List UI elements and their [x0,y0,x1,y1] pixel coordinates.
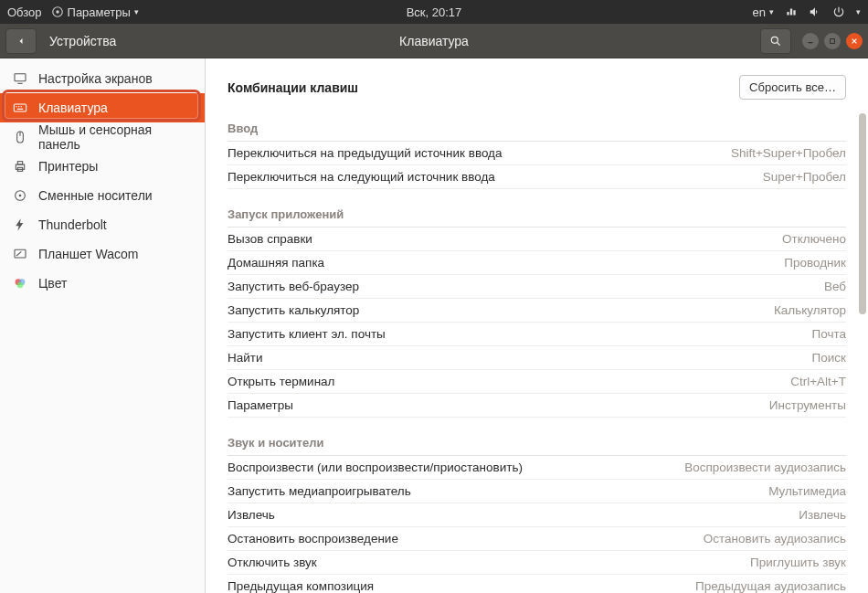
shortcut-label: Найти [228,351,263,365]
shortcut-label: Переключиться на предыдущий источник вво… [228,146,503,160]
sidebar-item-printers[interactable]: Принтеры [0,152,205,181]
display-icon [13,71,27,86]
shortcut-label: Остановить воспроизведение [228,532,398,545]
svg-point-26 [17,282,24,289]
window-header-bar: Устройства Клавиатура [0,24,868,58]
shortcut-value: Ctrl+Alt+T [790,375,846,388]
svg-line-23 [16,251,21,256]
power-icon[interactable] [832,5,845,18]
shortcut-value: Super+Пробел [763,170,846,184]
content-title: Комбинации клавиш [228,80,358,95]
sidebar-item-keyboard[interactable]: Клавиатура [0,93,205,122]
sidebar-item-label: Сменные носители [38,188,153,203]
svg-line-3 [778,42,780,45]
shortcut-value: Поиск [812,351,846,365]
settings-app-icon [51,5,64,18]
svg-point-2 [771,37,778,43]
shortcut-row[interactable]: Открыть терминалCtrl+Alt+T [228,370,846,394]
shortcut-row[interactable]: Предыдущая композицияПредыдущая аудиозап… [228,575,846,593]
printer-icon [13,159,27,174]
shortcut-label: Предыдущая композиция [228,579,374,593]
sidebar-item-mouse-touchpad[interactable]: Мышь и сенсорная панель [0,122,205,152]
shortcut-row[interactable]: Остановить воспроизведениеОстановить ауд… [228,527,846,551]
sidebar-item-label: Клавиатура [38,101,108,115]
shortcut-label: Запустить медиапроигрыватель [228,484,411,498]
svg-point-1 [56,10,59,14]
app-menu[interactable]: Параметры ▾ [51,5,139,19]
settings-sidebar: Настройка экранов Клавиатура Мышь и сенс… [0,58,206,593]
shortcut-value: Воспроизвести аудиозапись [684,461,846,474]
shortcut-label: Воспроизвести (или воспроизвести/приоста… [228,461,523,474]
sidebar-item-displays[interactable]: Настройка экранов [0,64,205,93]
reset-all-button[interactable]: Сбросить все… [739,75,846,100]
shortcut-row[interactable]: Переключиться на следующий источник ввод… [228,165,846,189]
window-minimize-button[interactable] [802,33,819,49]
shortcut-row[interactable]: Переключиться на предыдущий источник вво… [228,142,846,165]
search-button[interactable] [760,28,791,54]
sidebar-item-label: Мышь и сенсорная панель [38,122,192,152]
shortcut-group: ВводПереключиться на предыдущий источник… [206,111,868,196]
shortcut-row[interactable]: Воспроизвести (или воспроизвести/приоста… [228,456,846,480]
sidebar-item-wacom-tablet[interactable]: Планшет Wacom [0,239,205,269]
sidebar-item-removable-media[interactable]: Сменные носители [0,181,205,210]
shortcut-label: Извлечь [228,508,275,522]
scrollbar-thumb[interactable] [859,113,866,314]
svg-rect-18 [17,162,22,164]
shortcut-row[interactable]: Запустить медиапроигрывательМультимедиа [228,480,846,503]
app-menu-label: Параметры [68,5,131,19]
shortcut-label: Вызов справки [228,232,312,246]
window-maximize-button[interactable] [824,33,841,49]
shortcut-row[interactable]: ПараметрыИнструменты [228,394,846,418]
shortcut-label: Отключить звук [228,556,317,569]
removable-media-icon [13,188,27,203]
svg-rect-22 [15,249,26,258]
clock[interactable]: Вск, 20:17 [407,5,462,19]
shortcut-value: Извлечь [799,508,846,522]
page-title: Клавиатура [399,34,469,48]
back-button[interactable] [5,28,37,54]
sidebar-item-label: Цвет [38,276,67,291]
section-title: Устройства [49,34,116,48]
activities-button[interactable]: Обзор [7,5,42,19]
sidebar-item-label: Принтеры [38,159,98,174]
sidebar-item-thunderbolt[interactable]: Thunderbolt [0,210,205,239]
shortcut-group: Запуск приложенийВызов справкиОтключеноД… [206,196,868,425]
shortcut-value: Почта [812,327,847,341]
shortcut-row[interactable]: Вызов справкиОтключено [228,228,846,251]
svg-rect-17 [16,164,24,169]
shortcut-value: Shift+Super+Пробел [731,146,846,160]
shortcut-label: Запустить клиент эл. почты [228,327,386,341]
shortcut-label: Переключиться на следующий источник ввод… [228,170,495,184]
network-icon[interactable] [785,5,798,18]
thunderbolt-icon [13,217,27,232]
shortcut-value: Предыдущая аудиозапись [695,579,846,593]
shortcut-row[interactable]: Запустить клиент эл. почтыПочта [228,323,846,346]
input-language-indicator[interactable]: en [753,5,766,19]
sidebar-item-color[interactable]: Цвет [0,269,205,298]
sidebar-item-label: Планшет Wacom [38,247,139,261]
tablet-icon [13,247,27,261]
settings-content: Комбинации клавиш Сбросить все… ВводПере… [206,58,868,593]
color-icon [13,276,27,291]
shortcut-row[interactable]: Запустить калькуляторКалькулятор [228,299,846,323]
group-header: Звук и носители [228,425,846,456]
svg-point-21 [19,195,22,197]
group-header: Ввод [228,111,846,142]
shortcut-row[interactable]: НайтиПоиск [228,346,846,370]
shortcut-label: Домашняя папка [228,256,324,270]
svg-rect-5 [831,38,835,43]
sidebar-item-label: Thunderbolt [38,217,107,232]
chevron-down-icon: ▾ [769,7,774,16]
shortcut-label: Открыть терминал [228,375,334,388]
shortcut-row[interactable]: Отключить звукПриглушить звук [228,551,846,575]
window-close-button[interactable] [846,33,863,49]
shortcut-row[interactable]: Запустить веб-браузерВеб [228,275,846,299]
shortcut-row[interactable]: ИзвлечьИзвлечь [228,503,846,527]
shortcut-value: Калькулятор [774,303,846,317]
chevron-down-icon: ▾ [134,7,139,16]
system-top-bar: Обзор Параметры ▾ Вск, 20:17 en ▾ ▾ [0,0,868,24]
keyboard-icon [13,101,27,115]
shortcut-row[interactable]: Домашняя папкаПроводник [228,251,846,275]
chevron-down-icon: ▾ [856,7,861,16]
volume-icon[interactable] [809,5,821,18]
